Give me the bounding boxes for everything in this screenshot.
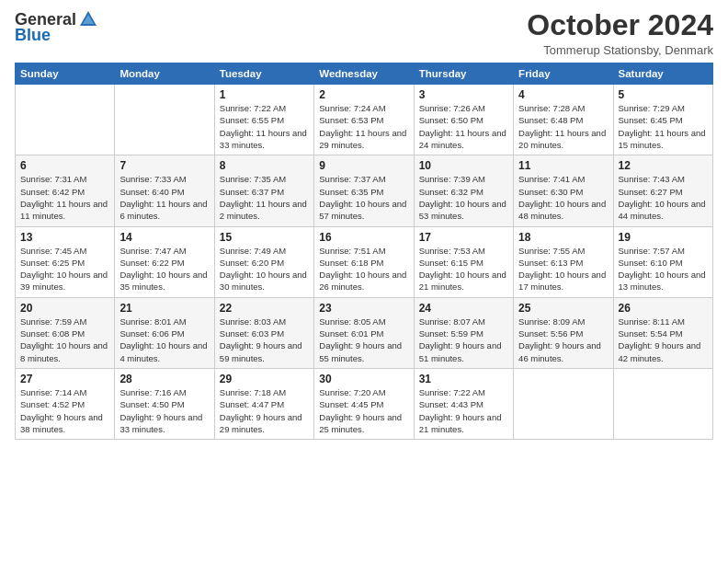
sunrise-text: Sunrise: 7:49 AM (220, 246, 286, 256)
sunrise-text: Sunrise: 7:24 AM (319, 103, 385, 113)
sunrise-text: Sunrise: 8:09 AM (518, 316, 585, 327)
table-row: 11Sunrise: 7:41 AMSunset: 6:30 PMDayligh… (514, 155, 613, 226)
day-number: 14 (119, 231, 209, 244)
sunrise-text: Sunrise: 8:05 AM (319, 316, 385, 327)
day-number: 20 (20, 302, 109, 315)
table-row (613, 368, 712, 439)
calendar-week-row: 20Sunrise: 7:59 AMSunset: 6:08 PMDayligh… (16, 297, 713, 368)
header-saturday: Saturday (613, 63, 712, 85)
page: General Blue October 2024 Tommerup Stati… (0, 0, 728, 563)
header-monday: Monday (115, 63, 214, 85)
day-number: 10 (419, 159, 508, 172)
daylight-text: Daylight: 9 hours and 29 minutes. (220, 412, 302, 434)
sunrise-text: Sunrise: 7:35 AM (220, 174, 286, 184)
table-row: 26Sunrise: 8:11 AMSunset: 5:54 PMDayligh… (613, 297, 712, 368)
day-number: 30 (319, 373, 408, 385)
logo-icon (78, 9, 98, 29)
sunset-text: Sunset: 6:22 PM (119, 258, 184, 268)
table-row: 30Sunrise: 7:20 AMSunset: 4:45 PMDayligh… (314, 368, 414, 439)
day-info: Sunrise: 7:53 AMSunset: 6:15 PMDaylight:… (419, 245, 508, 293)
day-info: Sunrise: 7:47 AMSunset: 6:22 PMDaylight:… (119, 245, 209, 293)
day-info: Sunrise: 7:41 AMSunset: 6:30 PMDaylight:… (518, 173, 608, 222)
daylight-text: Daylight: 9 hours and 38 minutes. (20, 412, 103, 434)
sunrise-text: Sunrise: 7:16 AM (119, 387, 186, 397)
sunrise-text: Sunrise: 7:37 AM (319, 174, 385, 184)
sunrise-text: Sunrise: 7:47 AM (119, 246, 186, 256)
sunrise-text: Sunrise: 7:39 AM (419, 174, 485, 184)
sunset-text: Sunset: 6:37 PM (220, 187, 284, 197)
day-number: 29 (220, 373, 309, 385)
sunrise-text: Sunrise: 7:31 AM (20, 174, 86, 184)
sunrise-text: Sunrise: 8:11 AM (619, 316, 685, 327)
day-number: 15 (220, 231, 309, 244)
table-row: 3Sunrise: 7:26 AMSunset: 6:50 PMDaylight… (414, 85, 513, 155)
day-info: Sunrise: 7:26 AMSunset: 6:50 PMDaylight:… (419, 102, 508, 151)
month-title: October 2024 (527, 9, 713, 41)
day-info: Sunrise: 8:03 AMSunset: 6:03 PMDaylight:… (220, 316, 309, 364)
daylight-text: Daylight: 11 hours and 11 minutes. (20, 199, 108, 221)
day-info: Sunrise: 7:14 AMSunset: 4:52 PMDaylight:… (20, 386, 109, 435)
table-row: 19Sunrise: 7:57 AMSunset: 6:10 PMDayligh… (613, 226, 712, 297)
day-number: 24 (419, 302, 508, 315)
sunset-text: Sunset: 6:10 PM (619, 258, 683, 268)
day-number: 9 (319, 159, 408, 172)
day-info: Sunrise: 8:01 AMSunset: 6:06 PMDaylight:… (119, 316, 209, 364)
sunset-text: Sunset: 6:25 PM (20, 258, 85, 268)
day-info: Sunrise: 7:33 AMSunset: 6:40 PMDaylight:… (119, 173, 209, 222)
table-row: 16Sunrise: 7:51 AMSunset: 6:18 PMDayligh… (314, 226, 414, 297)
daylight-text: Daylight: 9 hours and 33 minutes. (119, 412, 202, 434)
day-info: Sunrise: 7:51 AMSunset: 6:18 PMDaylight:… (319, 245, 408, 293)
sunrise-text: Sunrise: 7:57 AM (619, 246, 685, 256)
day-number: 11 (518, 159, 608, 172)
sunset-text: Sunset: 6:13 PM (518, 258, 583, 268)
daylight-text: Daylight: 11 hours and 15 minutes. (619, 128, 706, 150)
daylight-text: Daylight: 10 hours and 53 minutes. (419, 199, 506, 221)
day-number: 8 (220, 159, 309, 172)
day-info: Sunrise: 7:49 AMSunset: 6:20 PMDaylight:… (220, 245, 309, 293)
day-info: Sunrise: 7:20 AMSunset: 4:45 PMDaylight:… (319, 386, 408, 435)
table-row: 13Sunrise: 7:45 AMSunset: 6:25 PMDayligh… (16, 226, 115, 297)
daylight-text: Daylight: 9 hours and 46 minutes. (518, 340, 601, 362)
day-number: 31 (419, 373, 508, 385)
day-number: 2 (319, 88, 408, 101)
day-number: 27 (20, 373, 109, 385)
sunset-text: Sunset: 6:50 PM (419, 115, 483, 125)
sunset-text: Sunset: 5:56 PM (518, 328, 583, 339)
daylight-text: Daylight: 10 hours and 48 minutes. (518, 199, 606, 221)
sunrise-text: Sunrise: 7:22 AM (419, 387, 485, 397)
sunrise-text: Sunrise: 7:29 AM (619, 103, 685, 113)
daylight-text: Daylight: 9 hours and 25 minutes. (319, 412, 402, 434)
header-thursday: Thursday (414, 63, 513, 85)
day-info: Sunrise: 7:39 AMSunset: 6:32 PMDaylight:… (419, 173, 508, 222)
day-info: Sunrise: 7:57 AMSunset: 6:10 PMDaylight:… (619, 245, 708, 293)
day-info: Sunrise: 7:35 AMSunset: 6:37 PMDaylight:… (220, 173, 309, 222)
daylight-text: Daylight: 10 hours and 57 minutes. (319, 199, 406, 221)
calendar-header-row: Sunday Monday Tuesday Wednesday Thursday… (16, 63, 713, 85)
sunrise-text: Sunrise: 7:28 AM (518, 103, 585, 113)
daylight-text: Daylight: 10 hours and 44 minutes. (619, 199, 706, 221)
daylight-text: Daylight: 9 hours and 59 minutes. (220, 340, 302, 362)
sunset-text: Sunset: 6:48 PM (518, 115, 583, 125)
day-info: Sunrise: 7:55 AMSunset: 6:13 PMDaylight:… (518, 245, 608, 293)
calendar-table: Sunday Monday Tuesday Wednesday Thursday… (15, 63, 713, 440)
daylight-text: Daylight: 10 hours and 4 minutes. (119, 340, 207, 362)
day-number: 28 (119, 373, 209, 385)
table-row: 15Sunrise: 7:49 AMSunset: 6:20 PMDayligh… (214, 226, 313, 297)
table-row: 18Sunrise: 7:55 AMSunset: 6:13 PMDayligh… (514, 226, 613, 297)
day-info: Sunrise: 7:22 AMSunset: 4:43 PMDaylight:… (419, 386, 508, 435)
day-info: Sunrise: 7:59 AMSunset: 6:08 PMDaylight:… (20, 316, 109, 364)
table-row: 24Sunrise: 8:07 AMSunset: 5:59 PMDayligh… (414, 297, 513, 368)
day-number: 17 (419, 231, 508, 244)
header-sunday: Sunday (16, 63, 115, 85)
daylight-text: Daylight: 11 hours and 2 minutes. (220, 199, 307, 221)
daylight-text: Daylight: 9 hours and 55 minutes. (319, 340, 402, 362)
daylight-text: Daylight: 11 hours and 33 minutes. (220, 128, 307, 150)
sunset-text: Sunset: 6:45 PM (619, 115, 683, 125)
sunset-text: Sunset: 6:27 PM (619, 187, 683, 197)
header-wednesday: Wednesday (314, 63, 414, 85)
table-row: 8Sunrise: 7:35 AMSunset: 6:37 PMDaylight… (214, 155, 313, 226)
table-row (16, 85, 115, 155)
calendar-week-row: 1Sunrise: 7:22 AMSunset: 6:55 PMDaylight… (16, 85, 713, 155)
daylight-text: Daylight: 9 hours and 51 minutes. (419, 340, 502, 362)
table-row: 17Sunrise: 7:53 AMSunset: 6:15 PMDayligh… (414, 226, 513, 297)
